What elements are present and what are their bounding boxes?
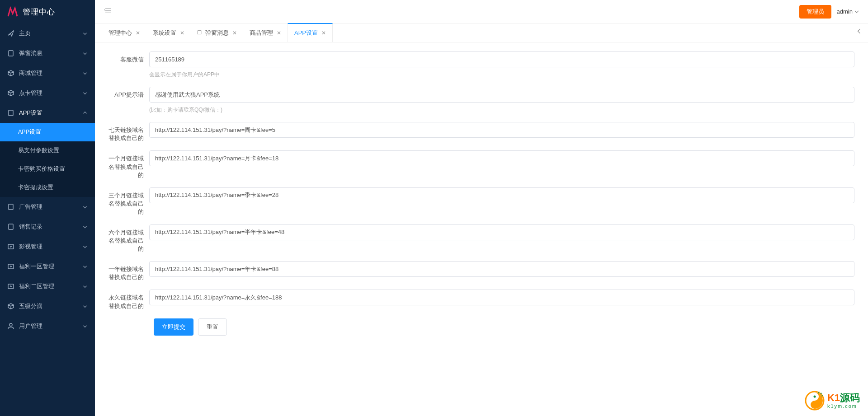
form-input-4[interactable]	[149, 187, 854, 203]
header: 管理员 admin	[95, 0, 868, 23]
tabs-scroll-left[interactable]	[850, 23, 868, 42]
form-row-1: APP提示语(比如：购卡请联系QQ/微信：)	[108, 87, 854, 114]
sidebar-item-label: APP设置	[19, 109, 82, 117]
admin-badge[interactable]: 管理员	[799, 5, 831, 19]
tabs: 管理中心✕系统设置✕❐弹窗消息✕商品管理✕APP设置✕	[95, 23, 868, 42]
tab-1[interactable]: 系统设置✕	[146, 23, 191, 42]
wm-brand2: 源码	[840, 392, 860, 403]
cube-icon	[7, 303, 14, 310]
form-input-5[interactable]	[149, 224, 854, 240]
form-row-7: 永久链接域名替换成自己的	[108, 290, 854, 310]
device-icon	[7, 203, 14, 210]
tab-close-icon[interactable]: ✕	[232, 30, 237, 36]
user-icon	[7, 323, 14, 330]
play-icon	[7, 243, 14, 250]
sidebar-subitem-4-1[interactable]: 易支付参数设置	[0, 141, 95, 160]
form-input-2[interactable]	[149, 122, 854, 138]
svg-rect-0	[9, 51, 13, 56]
chevron-down-icon	[82, 51, 88, 56]
device-icon	[7, 223, 14, 230]
sidebar-subitem-4-3[interactable]: 卡密提成设置	[0, 178, 95, 197]
sidebar-item-7[interactable]: 影视管理	[0, 237, 95, 257]
tab-2[interactable]: ❐弹窗消息✕	[191, 23, 243, 42]
submit-button[interactable]: 立即提交	[154, 318, 193, 336]
sidebar-item-5[interactable]: 广告管理	[0, 197, 95, 217]
chevron-down-icon	[82, 31, 88, 36]
chevron-down-icon	[82, 244, 88, 249]
chevron-down-icon	[82, 323, 88, 329]
wm-url: k1ym.com	[827, 404, 860, 409]
form-label: 一年链接域名替换成自己的	[108, 261, 149, 281]
svg-rect-2	[9, 204, 13, 210]
form-input-3[interactable]	[149, 150, 854, 166]
form-input-1[interactable]	[149, 87, 854, 103]
sidebar-item-1[interactable]: 弹窗消息	[0, 43, 95, 63]
sidebar-item-10[interactable]: 五级分润	[0, 296, 95, 316]
form-row-2: 七天链接域名替换成自己的	[108, 122, 854, 142]
user-dropdown[interactable]: admin	[837, 8, 859, 15]
sidebar-item-label: 商城管理	[19, 69, 82, 77]
form-row-6: 一年链接域名替换成自己的	[108, 261, 854, 281]
cube-icon	[7, 89, 14, 97]
sidebar-item-4[interactable]: APP设置	[0, 103, 95, 123]
form-row-0: 客服微信会显示在属于你用户的APP中	[108, 51, 854, 79]
content: 客服微信会显示在属于你用户的APP中APP提示语(比如：购卡请联系QQ/微信：)…	[95, 42, 868, 416]
device-icon	[7, 50, 14, 57]
logo-icon	[7, 6, 18, 17]
device-icon	[7, 109, 14, 117]
wm-brand1: K1	[827, 392, 840, 403]
tab-label: APP设置	[294, 29, 318, 37]
form-row-4: 三个月链接域名替换成自己的	[108, 187, 854, 216]
sidebar-item-3[interactable]: 点卡管理	[0, 83, 95, 103]
form-label: 三个月链接域名替换成自己的	[108, 187, 149, 216]
sidebar-item-label: 销售记录	[19, 223, 82, 231]
sidebar-item-9[interactable]: 福利二区管理	[0, 276, 95, 296]
sidebar: 管理中心 主页弹窗消息商城管理点卡管理APP设置APP设置易支付参数设置卡密购买…	[0, 0, 95, 416]
form-label: 永久链接域名替换成自己的	[108, 290, 149, 310]
tab-close-icon[interactable]: ✕	[180, 30, 184, 36]
sidebar-item-0[interactable]: 主页	[0, 23, 95, 43]
sidebar-item-label: 弹窗消息	[19, 49, 82, 57]
form-label: APP提示语	[108, 87, 149, 99]
form-input-0[interactable]	[149, 51, 854, 67]
menu-collapse-icon	[104, 7, 112, 15]
sidebar-item-label: 用户管理	[19, 322, 82, 330]
svg-point-9	[813, 396, 816, 398]
watermark-icon	[805, 391, 825, 411]
chevron-down-icon	[82, 70, 88, 76]
tab-label: 管理中心	[108, 29, 132, 37]
sidebar-subitem-4-2[interactable]: 卡密购买价格设置	[0, 160, 95, 178]
chevron-down-icon	[82, 110, 88, 116]
sidebar-item-2[interactable]: 商城管理	[0, 63, 95, 83]
form-input-6[interactable]	[149, 261, 854, 277]
send-icon	[7, 30, 14, 37]
tab-label: 商品管理	[250, 29, 273, 37]
sidebar-item-6[interactable]: 销售记录	[0, 217, 95, 237]
sidebar-subitem-4-0[interactable]: APP设置	[0, 123, 95, 141]
form-input-7[interactable]	[149, 290, 854, 305]
sidebar-item-label: 广告管理	[19, 203, 82, 211]
play-icon	[7, 283, 14, 290]
collapse-sidebar-button[interactable]	[104, 7, 112, 16]
tab-3[interactable]: 商品管理✕	[243, 23, 288, 42]
watermark: K1源码 k1ym.com	[805, 391, 860, 411]
tab-0[interactable]: 管理中心✕	[102, 23, 146, 42]
tab-close-icon[interactable]: ✕	[277, 30, 281, 36]
main: 管理员 admin 管理中心✕系统设置✕❐弹窗消息✕商品管理✕APP设置✕ 客服…	[95, 0, 868, 416]
chevron-down-icon	[82, 264, 88, 269]
tab-4[interactable]: APP设置✕	[288, 23, 333, 42]
sidebar-item-label: 影视管理	[19, 243, 82, 251]
form-label: 客服微信	[108, 51, 149, 64]
reset-button[interactable]: 重置	[198, 318, 227, 336]
form-hint: (比如：购卡请联系QQ/微信：)	[149, 106, 854, 114]
tab-close-icon[interactable]: ✕	[321, 30, 326, 36]
form-row-5: 六个月链接域名替换成自己的	[108, 224, 854, 253]
chevron-down-icon	[82, 90, 88, 96]
sidebar-item-label: 福利一区管理	[19, 262, 82, 271]
form-row-3: 一个月链接域名替换成自己的	[108, 150, 854, 179]
sidebar-item-11[interactable]: 用户管理	[0, 316, 95, 336]
sidebar-item-8[interactable]: 福利一区管理	[0, 257, 95, 276]
chevron-down-icon	[82, 204, 88, 210]
form-actions: 立即提交 重置	[154, 318, 854, 336]
tab-close-icon[interactable]: ✕	[136, 30, 140, 36]
